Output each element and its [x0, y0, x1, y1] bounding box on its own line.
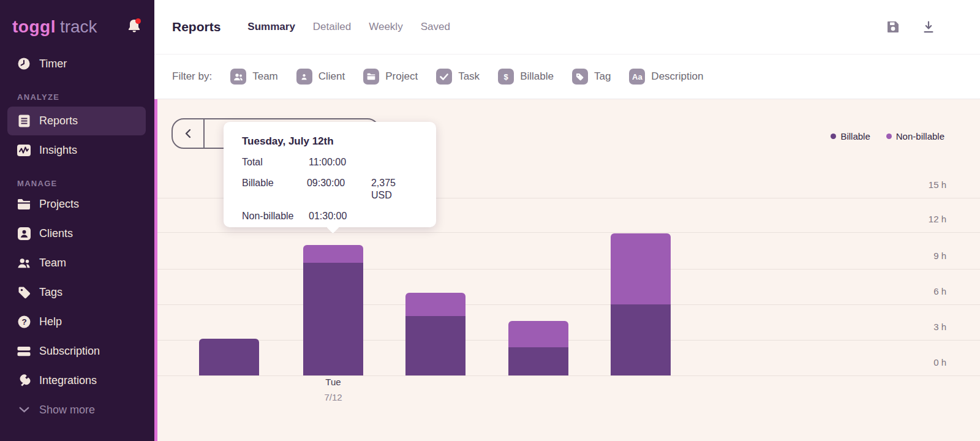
sidebar-item-label: Integrations: [39, 374, 97, 387]
sidebar-item-label: Timer: [39, 58, 67, 70]
tag-icon: [572, 69, 588, 85]
legend-dot-nonbillable: [886, 134, 892, 139]
reports-icon: [17, 115, 31, 127]
integrations-plug-icon: [17, 374, 31, 387]
sidebar-item-timer[interactable]: Timer: [0, 49, 154, 78]
chart-legend: Billable Non-billable: [831, 131, 944, 141]
gridline: [157, 304, 980, 305]
filter-bar: Filter by: Team Client Project Task: [154, 55, 980, 99]
previous-period-button[interactable]: [173, 119, 205, 148]
chevron-left-icon: [185, 129, 191, 138]
projects-folder-icon: [17, 198, 31, 210]
bar-segment-nonbillable: [611, 233, 671, 304]
sidebar-item-reports[interactable]: Reports: [7, 107, 146, 135]
gridline: [157, 232, 980, 233]
sidebar-item-label: Help: [39, 315, 62, 328]
legend-item-billable[interactable]: Billable: [831, 131, 870, 141]
download-icon[interactable]: [921, 20, 936, 34]
bar[interactable]: [303, 245, 363, 375]
tab-weekly[interactable]: Weekly: [369, 21, 402, 33]
sidebar-item-help[interactable]: ? Help: [0, 307, 154, 336]
bar-segment-billable: [508, 347, 568, 375]
x-axis-label: Tue7/12: [290, 377, 376, 402]
filter-chip-label: Tag: [594, 70, 611, 83]
filter-chip-label: Billable: [520, 70, 554, 83]
bar[interactable]: [199, 339, 259, 375]
bar-segment-billable: [303, 263, 363, 375]
bar-segment-nonbillable: [405, 293, 466, 317]
gridline: [157, 375, 980, 376]
y-axis-tick: 12 h: [929, 214, 946, 225]
sidebar-item-projects[interactable]: Projects: [0, 189, 154, 219]
sidebar-item-label: Subscription: [39, 345, 100, 358]
filter-chip-label: Task: [458, 70, 480, 83]
sidebar-item-clients[interactable]: Clients: [0, 219, 154, 248]
insights-icon: [17, 145, 31, 156]
bar[interactable]: [405, 293, 466, 375]
svg-text:?: ?: [21, 317, 26, 326]
bar[interactable]: [508, 321, 568, 375]
tab-saved[interactable]: Saved: [421, 21, 450, 33]
section-analyze: ANALYZE: [0, 91, 154, 103]
logo-track: track: [60, 17, 97, 37]
help-icon: ?: [17, 315, 31, 328]
gridline: [157, 269, 980, 270]
logo: toggl track: [0, 0, 154, 39]
page-title: Reports: [172, 20, 221, 34]
sidebar-item-tags[interactable]: Tags: [0, 277, 154, 307]
main-area: Reports Summary Detailed Weekly Saved Fi…: [154, 0, 980, 441]
chevron-down-icon: [17, 407, 31, 413]
logo-toggl: toggl: [12, 17, 56, 37]
bar-segment-billable: [611, 304, 671, 375]
sidebar-item-insights[interactable]: Insights: [0, 135, 154, 165]
filter-chip-client[interactable]: Client: [296, 69, 345, 85]
filter-chip-project[interactable]: Project: [363, 69, 418, 85]
team-people-icon: [17, 257, 31, 269]
chart-tooltip: Tuesday, July 12th Total 11:00:00 Billab…: [224, 122, 436, 227]
sidebar-item-label: Team: [39, 257, 66, 270]
client-icon: [296, 69, 312, 85]
tab-summary[interactable]: Summary: [247, 21, 295, 33]
subscription-card-icon: [17, 346, 31, 356]
y-axis-tick: 0 h: [933, 357, 946, 368]
timer-icon: [17, 57, 31, 70]
filter-chip-label: Team: [252, 70, 278, 83]
sidebar-item-show-more[interactable]: Show more: [0, 395, 154, 424]
y-axis-tick: 9 h: [933, 251, 946, 262]
sidebar-item-label: Clients: [39, 227, 73, 240]
tooltip-row-nonbillable: Non-billable 01:30:00: [242, 210, 418, 222]
sidebar-item-subscription[interactable]: Subscription: [0, 336, 154, 366]
report-tabs: Summary Detailed Weekly Saved: [247, 21, 450, 33]
tooltip-title: Tuesday, July 12th: [242, 135, 418, 148]
tags-icon: [17, 286, 31, 299]
sidebar-item-label: Tags: [39, 286, 62, 299]
clients-person-icon: [17, 227, 31, 240]
description-aa-icon: Aa: [629, 69, 645, 85]
filter-chip-billable[interactable]: $ Billable: [498, 69, 554, 85]
filter-chip-tag[interactable]: Tag: [572, 69, 611, 85]
filter-chip-label: Project: [385, 70, 418, 83]
tooltip-row-total: Total 11:00:00: [242, 156, 418, 168]
sidebar-item-integrations[interactable]: Integrations: [0, 366, 154, 395]
sidebar-item-label: Insights: [39, 144, 77, 157]
y-axis-tick: 15 h: [929, 179, 946, 190]
filter-chip-description[interactable]: Aa Description: [629, 69, 703, 85]
bar-segment-nonbillable: [508, 321, 568, 347]
notification-bell-icon[interactable]: [127, 18, 142, 37]
task-check-icon: [436, 69, 452, 85]
filter-chip-label: Description: [651, 70, 703, 83]
bar[interactable]: [611, 233, 671, 375]
bar-segment-nonbillable: [303, 245, 363, 263]
filter-chip-team[interactable]: Team: [230, 69, 278, 85]
save-report-icon[interactable]: [886, 20, 900, 34]
billable-dollar-icon: $: [498, 69, 514, 85]
legend-item-nonbillable[interactable]: Non-billable: [886, 131, 944, 141]
sidebar-item-label: Reports: [39, 115, 78, 127]
filter-chip-task[interactable]: Task: [436, 69, 480, 85]
section-manage: MANAGE: [0, 177, 154, 189]
sidebar-item-team[interactable]: Team: [0, 248, 154, 277]
y-axis-tick: 6 h: [933, 286, 946, 297]
tab-detailed[interactable]: Detailed: [313, 21, 351, 33]
filter-chip-label: Client: [318, 70, 345, 83]
legend-dot-billable: [831, 134, 836, 139]
